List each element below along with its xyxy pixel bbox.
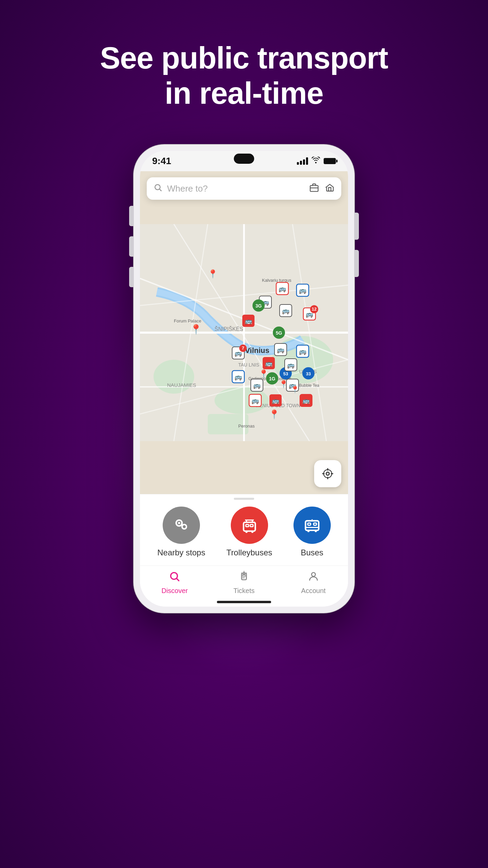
svg-rect-91 bbox=[250, 525, 253, 527]
svg-text:1G: 1G bbox=[269, 376, 276, 381]
svg-point-100 bbox=[307, 530, 310, 532]
svg-text:🚌: 🚌 bbox=[299, 348, 307, 355]
svg-text:🚌: 🚌 bbox=[299, 287, 307, 294]
svg-text:7: 7 bbox=[242, 346, 244, 351]
home-icon[interactable] bbox=[325, 183, 334, 195]
svg-text:📍: 📍 bbox=[291, 386, 299, 394]
svg-rect-98 bbox=[308, 523, 311, 526]
svg-text:Forum Palace: Forum Palace bbox=[174, 318, 201, 323]
tab-account[interactable]: Account bbox=[279, 571, 348, 595]
svg-point-83 bbox=[326, 472, 329, 475]
search-action-icons bbox=[309, 183, 334, 195]
wifi-icon bbox=[311, 157, 320, 165]
phone-mockup: 9:41 bbox=[134, 145, 354, 613]
search-bar[interactable]: Where to? bbox=[147, 177, 341, 200]
svg-text:🚌: 🚌 bbox=[287, 361, 295, 369]
trolleybus-icon bbox=[231, 507, 268, 544]
status-bar: 9:41 bbox=[140, 151, 348, 171]
map-svg: ŠNIPIŠKĖS Vilnius TAU LNIS NAUJAMIES VIL… bbox=[140, 171, 348, 494]
svg-rect-97 bbox=[305, 521, 319, 530]
tab-bar: Discover Tickets bbox=[140, 566, 348, 598]
svg-text:🚌: 🚌 bbox=[245, 317, 252, 325]
svg-point-92 bbox=[245, 531, 248, 533]
drag-handle bbox=[234, 498, 254, 500]
nearby-stops-action[interactable]: Nearby stops bbox=[157, 507, 205, 557]
trolleybuses-label: Trolleybuses bbox=[226, 548, 272, 557]
status-time: 9:41 bbox=[152, 156, 171, 166]
tickets-tab-label: Tickets bbox=[233, 587, 255, 595]
tab-discover[interactable]: Discover bbox=[140, 571, 209, 595]
briefcase-icon[interactable] bbox=[309, 183, 319, 195]
battery-icon bbox=[324, 158, 336, 164]
bottom-panel: Nearby stops bbox=[140, 494, 348, 607]
svg-text:NAUJAMIES: NAUJAMIES bbox=[167, 382, 196, 388]
svg-text:🚌: 🚌 bbox=[253, 382, 261, 389]
svg-rect-99 bbox=[313, 523, 317, 526]
svg-text:5G: 5G bbox=[276, 330, 282, 336]
svg-point-101 bbox=[314, 530, 317, 532]
svg-point-93 bbox=[251, 531, 253, 533]
svg-text:📍: 📍 bbox=[208, 269, 218, 279]
trolleybuses-action[interactable]: Trolleybuses bbox=[226, 507, 272, 557]
camera-notch bbox=[234, 154, 254, 164]
search-placeholder[interactable]: Where to? bbox=[167, 183, 305, 194]
search-icon bbox=[154, 183, 162, 194]
svg-text:🚌: 🚌 bbox=[251, 397, 259, 405]
svg-text:33: 33 bbox=[306, 371, 311, 376]
account-tab-icon bbox=[308, 571, 319, 585]
signal-icon bbox=[297, 157, 308, 165]
svg-text:🚌: 🚌 bbox=[277, 346, 285, 354]
svg-text:📍: 📍 bbox=[190, 324, 202, 335]
svg-text:🚌: 🚌 bbox=[282, 307, 290, 315]
svg-text:3G: 3G bbox=[256, 303, 262, 309]
svg-point-84 bbox=[324, 470, 332, 478]
svg-text:12: 12 bbox=[312, 307, 317, 312]
svg-text:🚌: 🚌 bbox=[272, 397, 280, 405]
nearby-stops-label: Nearby stops bbox=[157, 548, 205, 557]
discover-tab-icon bbox=[169, 571, 180, 585]
account-tab-label: Account bbox=[301, 587, 326, 595]
nearby-stops-icon bbox=[163, 507, 200, 544]
svg-point-86 bbox=[178, 522, 180, 524]
page-headline: See public transport in real-time bbox=[100, 41, 388, 111]
bus-icon bbox=[293, 507, 331, 544]
svg-text:Kalvarių turgus: Kalvarių turgus bbox=[262, 278, 291, 283]
svg-text:🚌: 🚌 bbox=[302, 397, 310, 405]
svg-text:Vilnius: Vilnius bbox=[245, 346, 269, 355]
svg-rect-89 bbox=[243, 522, 255, 531]
svg-text:🚌: 🚌 bbox=[279, 285, 286, 293]
map-area[interactable]: Where to? bbox=[140, 171, 348, 494]
phone-screen: 9:41 bbox=[140, 151, 348, 607]
svg-text:53: 53 bbox=[283, 371, 288, 376]
location-button[interactable] bbox=[314, 460, 341, 487]
svg-text:📍: 📍 bbox=[279, 380, 288, 389]
svg-text:ŠNIPIŠKĖS: ŠNIPIŠKĖS bbox=[215, 326, 243, 332]
svg-text:📍: 📍 bbox=[269, 409, 280, 420]
svg-rect-90 bbox=[246, 525, 249, 527]
phone-frame: 9:41 bbox=[134, 145, 354, 613]
buses-action[interactable]: Buses bbox=[293, 507, 331, 557]
quick-actions: Nearby stops bbox=[140, 507, 348, 566]
svg-point-105 bbox=[311, 573, 315, 576]
discover-tab-label: Discover bbox=[161, 587, 188, 595]
svg-text:🚌: 🚌 bbox=[235, 373, 242, 381]
svg-text:📍: 📍 bbox=[259, 369, 269, 379]
svg-point-5 bbox=[154, 360, 194, 394]
tickets-tab-icon bbox=[238, 571, 250, 585]
home-indicator bbox=[217, 601, 271, 603]
buses-label: Buses bbox=[301, 548, 323, 557]
svg-rect-1 bbox=[310, 185, 318, 192]
svg-text:TAU    LNIS: TAU LNIS bbox=[238, 362, 259, 368]
svg-text:🚌: 🚌 bbox=[265, 360, 273, 367]
tab-tickets[interactable]: Tickets bbox=[209, 571, 279, 595]
svg-text:Peronas: Peronas bbox=[238, 423, 255, 429]
status-icons bbox=[297, 157, 336, 165]
